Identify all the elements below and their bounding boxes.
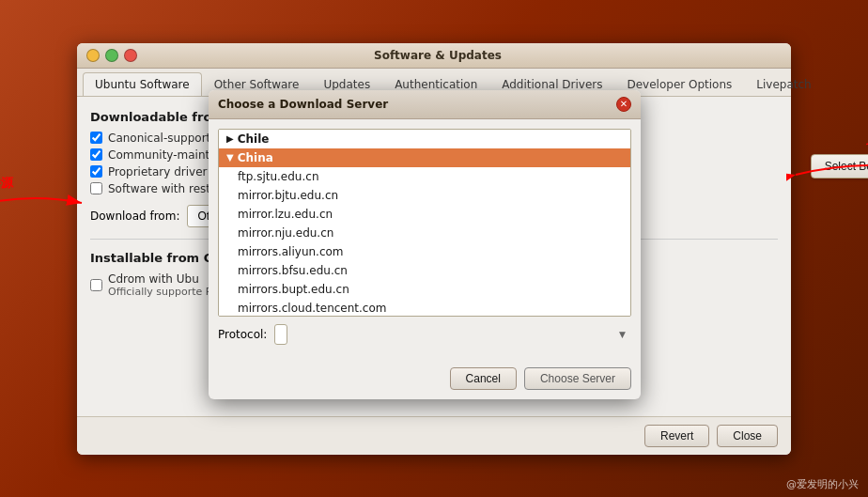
protocol-select[interactable] — [274, 324, 287, 345]
annotation-left-text: 可以手动选择软件源 — [0, 176, 13, 190]
server-aliyun-label: mirrors.aliyun.com — [238, 245, 344, 258]
checkbox-cdrom-input[interactable] — [90, 279, 102, 291]
server-item-tencent[interactable]: mirrors.cloud.tencent.com — [219, 299, 630, 317]
checkbox-community-label: Community-maint — [108, 148, 209, 162]
cancel-button[interactable]: Cancel — [450, 367, 517, 390]
right-arrow-icon — [786, 151, 868, 189]
dialog-footer: Cancel Choose Server — [209, 362, 641, 399]
server-bfsu-label: mirrors.bfsu.edu.cn — [238, 264, 348, 277]
checkbox-canonical-label: Canonical-support — [108, 132, 210, 145]
close-window-button[interactable] — [124, 49, 137, 62]
server-item-aliyun[interactable]: mirrors.aliyun.com — [219, 242, 630, 261]
checkbox-proprietary-input[interactable] — [90, 165, 102, 178]
bottom-bar: Revert Close — [77, 416, 791, 455]
choose-server-button[interactable]: Choose Server — [524, 367, 631, 390]
checkbox-community-input[interactable] — [90, 148, 102, 161]
download-server-dialog: Choose a Download Server ✕ ▶ Chile ▼ Chi… — [209, 90, 641, 399]
close-button[interactable]: Close — [717, 425, 778, 447]
server-bupt-label: mirrors.bupt.edu.cn — [238, 283, 349, 296]
server-sjtu-label: ftp.sjtu.edu.cn — [238, 170, 318, 183]
csdn-text: @爱发明的小兴 — [786, 478, 859, 490]
dialog-title: Choose a Download Server — [218, 98, 388, 111]
server-tencent-label: mirrors.cloud.tencent.com — [238, 302, 387, 315]
revert-button[interactable]: Revert — [644, 425, 709, 447]
maximize-button[interactable] — [105, 49, 118, 62]
dialog-title-bar: Choose a Download Server ✕ — [209, 90, 641, 119]
server-nju-label: mirror.nju.edu.cn — [238, 226, 333, 240]
server-item-sjtu[interactable]: ftp.sjtu.edu.cn — [219, 167, 630, 186]
server-lzu-label: mirror.lzu.edu.cn — [238, 208, 333, 221]
server-item-bupt[interactable]: mirrors.bupt.edu.cn — [219, 280, 630, 299]
window-controls — [86, 49, 137, 62]
left-arrow-icon — [0, 189, 86, 217]
server-list[interactable]: ▶ Chile ▼ China ftp.sjtu.edu.cn mirror.b… — [218, 129, 631, 317]
tab-livepatch[interactable]: Livepatch — [744, 72, 823, 96]
checkbox-software-label: Software with restr — [108, 182, 215, 195]
server-group-china[interactable]: ▼ China — [219, 148, 630, 167]
main-window: Software & Updates Ubuntu Software Other… — [77, 43, 791, 455]
tab-ubuntu-software[interactable]: Ubuntu Software — [83, 72, 202, 96]
server-item-nju[interactable]: mirror.nju.edu.cn — [219, 224, 630, 242]
protocol-row: Protocol: — [218, 324, 631, 345]
protocol-label: Protocol: — [218, 328, 267, 341]
china-label: China — [238, 151, 273, 164]
server-bjtu-label: mirror.bjtu.edu.cn — [238, 189, 338, 202]
checkbox-software-input[interactable] — [90, 182, 102, 194]
window-title: Software & Updates — [374, 49, 502, 62]
server-item-bjtu[interactable]: mirror.bjtu.edu.cn — [219, 186, 630, 205]
download-from-label: Download from: — [90, 210, 179, 223]
chevron-down-icon: ▼ — [226, 152, 234, 163]
server-group-chile[interactable]: ▶ Chile — [219, 130, 630, 148]
server-item-bfsu[interactable]: mirrors.bfsu.edu.cn — [219, 261, 630, 280]
checkbox-canonical-input[interactable] — [90, 132, 102, 144]
protocol-combo-wrapper — [274, 324, 631, 345]
dialog-body: ▶ Chile ▼ China ftp.sjtu.edu.cn mirror.b… — [209, 119, 641, 362]
chevron-right-icon: ▶ — [226, 133, 234, 144]
minimize-button[interactable] — [86, 49, 100, 62]
chile-label: Chile — [238, 132, 270, 146]
csdn-watermark: @爱发明的小兴 — [786, 477, 859, 491]
dialog-close-button[interactable]: ✕ — [616, 97, 631, 112]
server-item-lzu[interactable]: mirror.lzu.edu.cn — [219, 205, 630, 224]
title-bar: Software & Updates — [77, 43, 791, 69]
checkbox-proprietary-label: Proprietary driver — [108, 165, 208, 179]
